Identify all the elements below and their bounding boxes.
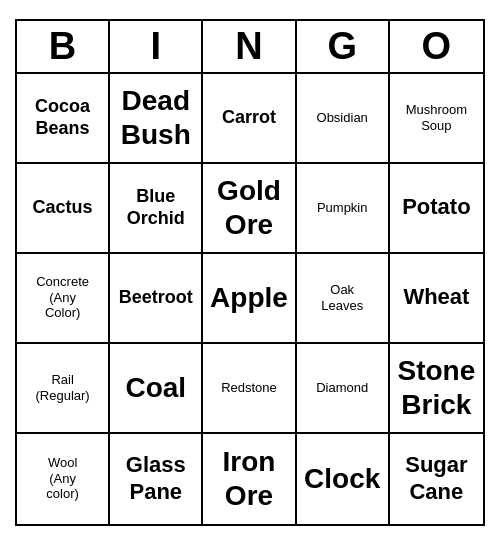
- header-letter-G: G: [297, 21, 390, 72]
- bingo-card: BINGO CocoaBeansDeadBushCarrotObsidianMu…: [15, 19, 485, 526]
- bingo-cell-0: CocoaBeans: [17, 74, 110, 164]
- bingo-grid: CocoaBeansDeadBushCarrotObsidianMushroom…: [17, 74, 483, 524]
- bingo-cell-10: Concrete(AnyColor): [17, 254, 110, 344]
- bingo-cell-14: Wheat: [390, 254, 483, 344]
- bingo-cell-16: Coal: [110, 344, 203, 434]
- bingo-cell-5: Cactus: [17, 164, 110, 254]
- bingo-cell-3: Obsidian: [297, 74, 390, 164]
- bingo-cell-4: MushroomSoup: [390, 74, 483, 164]
- bingo-cell-20: Wool(Anycolor): [17, 434, 110, 524]
- bingo-cell-21: GlassPane: [110, 434, 203, 524]
- bingo-header: BINGO: [17, 21, 483, 74]
- bingo-cell-17: Redstone: [203, 344, 296, 434]
- bingo-cell-13: OakLeaves: [297, 254, 390, 344]
- bingo-cell-19: StoneBrick: [390, 344, 483, 434]
- bingo-cell-2: Carrot: [203, 74, 296, 164]
- header-letter-I: I: [110, 21, 203, 72]
- bingo-cell-6: BlueOrchid: [110, 164, 203, 254]
- bingo-cell-23: Clock: [297, 434, 390, 524]
- header-letter-O: O: [390, 21, 483, 72]
- header-letter-B: B: [17, 21, 110, 72]
- header-letter-N: N: [203, 21, 296, 72]
- bingo-cell-1: DeadBush: [110, 74, 203, 164]
- bingo-cell-22: IronOre: [203, 434, 296, 524]
- bingo-cell-15: Rail(Regular): [17, 344, 110, 434]
- bingo-cell-7: GoldOre: [203, 164, 296, 254]
- bingo-cell-11: Beetroot: [110, 254, 203, 344]
- bingo-cell-8: Pumpkin: [297, 164, 390, 254]
- bingo-cell-12: Apple: [203, 254, 296, 344]
- bingo-cell-18: Diamond: [297, 344, 390, 434]
- bingo-cell-24: SugarCane: [390, 434, 483, 524]
- bingo-cell-9: Potato: [390, 164, 483, 254]
